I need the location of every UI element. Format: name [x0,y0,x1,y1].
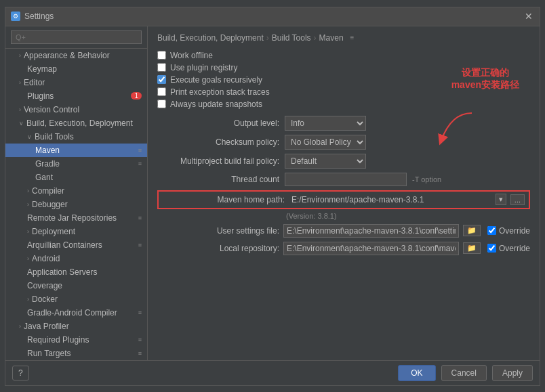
sidebar-item-label: Editor [24,78,45,87]
sidebar-item-label: Run Targets [27,349,70,358]
local-repo-override-checkbox[interactable] [487,244,496,253]
maven-home-browse-btn[interactable]: ... [510,194,525,205]
maven-home-input[interactable] [289,194,491,206]
sidebar-item-label: Debugger [32,200,68,209]
title-bar: ⚙ Settings ✕ [5,7,540,26]
sidebar-item-debugger[interactable]: › Debugger [5,198,147,211]
user-settings-override: Override [487,226,530,236]
user-settings-label: User settings file: [157,226,279,236]
multiproject-select[interactable]: Default [285,154,366,169]
sidebar-item-coverage[interactable]: Coverage [5,279,147,292]
plugin-registry-label: Use plugin registry [170,63,237,72]
sidebar-item-appearance[interactable]: › Appearance & Behavior [5,49,147,62]
lines-icon: ≡ [138,309,142,316]
maven-home-row: Maven home path: ▾ ... [157,190,530,209]
sidebar-item-gradle[interactable]: Gradle ≡ [5,157,147,171]
arrow-icon: › [19,79,21,86]
maven-home-label: Maven home path: [163,195,285,204]
sidebar-item-maven[interactable]: Maven ≡ [5,144,147,157]
sidebar-item-plugins[interactable]: Plugins 1 [5,89,147,103]
close-button[interactable]: ✕ [523,11,534,22]
always-update-label: Always update snapshots [170,100,262,109]
local-repo-override-label: Override [499,244,530,253]
sidebar-item-label: Build Tools [35,132,74,141]
sidebar-item-compiler[interactable]: › Compiler [5,184,147,198]
plugin-registry-checkbox[interactable] [157,63,166,72]
sidebar-item-label: Version Control [24,105,79,114]
sidebar-item-arquillian[interactable]: Arquillian Containers ≡ [5,238,147,252]
breadcrumb-part3: Maven [319,33,344,43]
checkbox-plugin-registry: Use plugin registry [157,63,530,72]
sidebar-item-required-plugins[interactable]: Required Plugins ≡ [5,333,147,347]
checksum-label: Checksum policy: [157,137,279,147]
lines-icon: ≡ [138,336,142,343]
sidebar-item-keymap[interactable]: Keymap [5,62,147,76]
plugins-badge: 1 [131,92,142,100]
local-repo-input[interactable] [283,242,459,255]
sidebar-item-editor[interactable]: › Editor [5,76,147,89]
ok-button[interactable]: OK [398,365,435,381]
checksum-select[interactable]: No Global Policy [285,135,366,150]
local-repo-label: Local repository: [157,244,279,253]
work-offline-checkbox[interactable] [157,51,166,60]
search-input[interactable] [11,30,142,44]
maven-version-text: (Version: 3.8.1) [286,212,530,220]
sidebar: › Appearance & Behavior Keymap › Editor … [5,26,148,360]
apply-button[interactable]: Apply [492,365,533,381]
lines-icon: ≡ [138,350,142,357]
sidebar-item-run-targets[interactable]: Run Targets ≡ [5,347,147,360]
sidebar-item-build-execution[interactable]: ∨ Build, Execution, Deployment [5,116,147,130]
arrow-icon: › [27,228,29,235]
t-option-label: -T option [412,175,441,183]
thread-count-input[interactable] [285,173,407,186]
sidebar-item-app-servers[interactable]: Application Servers [5,265,147,279]
breadcrumb-menu-icon: ≡ [350,34,355,41]
local-repo-override: Override [487,244,530,253]
expand-arrow-icon: ∨ [27,133,32,140]
always-update-checkbox[interactable] [157,100,166,108]
sidebar-item-deployment[interactable]: › Deployment [5,225,147,238]
sidebar-item-android[interactable]: › Android [5,252,147,265]
maven-home-dropdown-btn[interactable]: ▾ [496,194,506,205]
sidebar-item-gradle-android[interactable]: Gradle-Android Compiler ≡ [5,306,147,320]
breadcrumb-sep2: › [314,33,317,43]
work-offline-label: Work offline [170,51,213,60]
help-button[interactable]: ? [12,366,29,380]
multiproject-label: Multiproject build fail policy: [157,156,279,166]
sidebar-item-label: Docker [32,295,58,304]
sidebar-item-label: Application Servers [27,267,97,277]
sidebar-item-label: Keymap [27,64,57,74]
sidebar-item-label: Build, Execution, Deployment [26,118,133,128]
sidebar-item-remote-jar[interactable]: Remote Jar Repositories ≡ [5,211,147,225]
sidebar-item-label: Java Profiler [24,322,69,331]
sidebar-item-build-tools[interactable]: ∨ Build Tools [5,130,147,144]
arrow-icon: › [19,106,21,113]
sidebar-item-java-profiler[interactable]: › Java Profiler [5,320,147,333]
arrow-icon: › [19,52,21,59]
sidebar-item-docker[interactable]: › Docker [5,292,147,306]
expand-arrow-icon: ∨ [19,120,24,127]
user-settings-folder-btn[interactable]: 📁 [463,225,481,236]
checkbox-always-update: Always update snapshots [157,100,530,109]
sidebar-item-label: Compiler [32,186,64,196]
execute-goals-checkbox[interactable] [157,75,166,84]
sidebar-item-label: Remote Jar Repositories [27,213,117,223]
sidebar-item-label: Gradle [35,159,60,169]
sidebar-item-label: Coverage [27,281,62,290]
breadcrumb: Build, Execution, Deployment › Build Too… [157,33,530,43]
lines-icon: ≡ [138,147,142,154]
multiproject-row: Multiproject build fail policy: Default [157,154,530,169]
user-settings-input[interactable] [283,224,459,238]
lines-icon: ≡ [138,242,142,248]
options-section: Work offline Use plugin registry Execute… [157,51,530,109]
sidebar-item-gant[interactable]: Gant [5,171,147,184]
sidebar-item-label: Gradle-Android Compiler [27,308,117,318]
local-repo-folder-btn[interactable]: 📁 [463,242,481,254]
arrow-icon: › [27,188,29,194]
title-bar-left: ⚙ Settings [11,12,54,21]
cancel-button[interactable]: Cancel [441,365,487,381]
print-exception-checkbox[interactable] [157,87,166,96]
output-level-select[interactable]: Info [285,116,366,131]
user-settings-override-checkbox[interactable] [487,226,496,235]
sidebar-item-version-control[interactable]: › Version Control [5,103,147,116]
